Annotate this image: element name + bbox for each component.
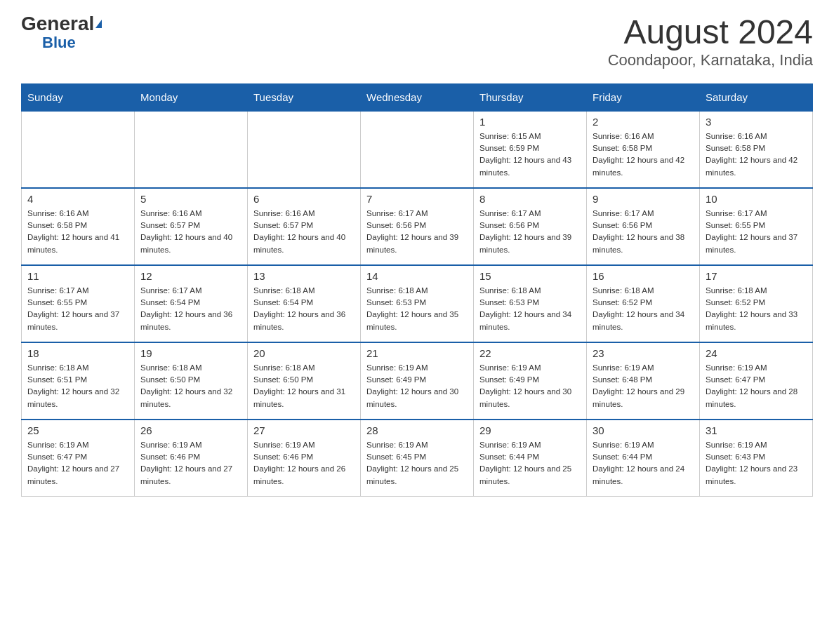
day-number: 28	[366, 424, 468, 436]
calendar-week-row: 4Sunrise: 6:16 AMSunset: 6:58 PMDaylight…	[22, 188, 813, 265]
day-info: Sunrise: 6:16 AMSunset: 6:57 PMDaylight:…	[253, 208, 355, 256]
page-header: General Blue August 2024 Coondapoor, Kar…	[21, 14, 813, 69]
day-info: Sunrise: 6:17 AMSunset: 6:55 PMDaylight:…	[27, 285, 128, 333]
col-friday: Friday	[587, 83, 700, 111]
table-row: 10Sunrise: 6:17 AMSunset: 6:55 PMDayligh…	[700, 188, 813, 265]
table-row: 5Sunrise: 6:16 AMSunset: 6:57 PMDaylight…	[135, 188, 248, 265]
table-row: 4Sunrise: 6:16 AMSunset: 6:58 PMDaylight…	[22, 188, 135, 265]
day-info: Sunrise: 6:19 AMSunset: 6:43 PMDaylight:…	[706, 439, 807, 488]
calendar-header-row: Sunday Monday Tuesday Wednesday Thursday…	[22, 83, 813, 111]
table-row: 30Sunrise: 6:19 AMSunset: 6:44 PMDayligh…	[587, 420, 700, 497]
day-info: Sunrise: 6:17 AMSunset: 6:56 PMDaylight:…	[366, 208, 468, 256]
day-info: Sunrise: 6:19 AMSunset: 6:44 PMDaylight:…	[593, 439, 694, 488]
day-info: Sunrise: 6:17 AMSunset: 6:56 PMDaylight:…	[479, 208, 581, 256]
table-row: 25Sunrise: 6:19 AMSunset: 6:47 PMDayligh…	[22, 420, 135, 497]
calendar-table: Sunday Monday Tuesday Wednesday Thursday…	[21, 83, 813, 497]
day-info: Sunrise: 6:16 AMSunset: 6:58 PMDaylight:…	[27, 208, 128, 256]
day-number: 18	[27, 347, 128, 359]
day-info: Sunrise: 6:18 AMSunset: 6:52 PMDaylight:…	[593, 285, 694, 333]
day-info: Sunrise: 6:16 AMSunset: 6:58 PMDaylight:…	[593, 130, 694, 179]
day-number: 2	[593, 116, 694, 128]
table-row	[248, 111, 361, 188]
day-number: 26	[140, 424, 241, 436]
col-monday: Monday	[135, 83, 248, 111]
table-row: 12Sunrise: 6:17 AMSunset: 6:54 PMDayligh…	[135, 265, 248, 342]
day-number: 27	[253, 424, 355, 436]
table-row: 6Sunrise: 6:16 AMSunset: 6:57 PMDaylight…	[248, 188, 361, 265]
day-info: Sunrise: 6:19 AMSunset: 6:46 PMDaylight:…	[253, 439, 355, 488]
logo: General Blue	[21, 14, 102, 52]
day-number: 10	[706, 193, 807, 205]
table-row: 16Sunrise: 6:18 AMSunset: 6:52 PMDayligh…	[587, 265, 700, 342]
table-row: 20Sunrise: 6:18 AMSunset: 6:50 PMDayligh…	[248, 342, 361, 420]
day-number: 17	[706, 270, 807, 282]
day-info: Sunrise: 6:18 AMSunset: 6:52 PMDaylight:…	[706, 285, 807, 333]
day-info: Sunrise: 6:19 AMSunset: 6:44 PMDaylight:…	[479, 439, 581, 488]
table-row: 14Sunrise: 6:18 AMSunset: 6:53 PMDayligh…	[361, 265, 474, 342]
day-info: Sunrise: 6:15 AMSunset: 6:59 PMDaylight:…	[479, 130, 581, 179]
day-info: Sunrise: 6:18 AMSunset: 6:50 PMDaylight:…	[253, 362, 355, 410]
day-number: 23	[593, 347, 694, 359]
day-info: Sunrise: 6:18 AMSunset: 6:50 PMDaylight:…	[140, 362, 241, 410]
table-row: 8Sunrise: 6:17 AMSunset: 6:56 PMDaylight…	[474, 188, 587, 265]
day-number: 6	[253, 193, 355, 205]
day-info: Sunrise: 6:19 AMSunset: 6:49 PMDaylight:…	[366, 362, 468, 410]
table-row: 29Sunrise: 6:19 AMSunset: 6:44 PMDayligh…	[474, 420, 587, 497]
day-number: 4	[27, 193, 128, 205]
table-row: 21Sunrise: 6:19 AMSunset: 6:49 PMDayligh…	[361, 342, 474, 420]
calendar-week-row: 1Sunrise: 6:15 AMSunset: 6:59 PMDaylight…	[22, 111, 813, 188]
day-number: 1	[479, 116, 581, 128]
day-number: 30	[593, 424, 694, 436]
day-number: 9	[593, 193, 694, 205]
day-number: 19	[140, 347, 241, 359]
day-info: Sunrise: 6:17 AMSunset: 6:56 PMDaylight:…	[593, 208, 694, 256]
table-row: 28Sunrise: 6:19 AMSunset: 6:45 PMDayligh…	[361, 420, 474, 497]
day-number: 13	[253, 270, 355, 282]
table-row: 23Sunrise: 6:19 AMSunset: 6:48 PMDayligh…	[587, 342, 700, 420]
day-info: Sunrise: 6:19 AMSunset: 6:47 PMDaylight:…	[706, 362, 807, 410]
table-row: 22Sunrise: 6:19 AMSunset: 6:49 PMDayligh…	[474, 342, 587, 420]
col-wednesday: Wednesday	[361, 83, 474, 111]
table-row: 26Sunrise: 6:19 AMSunset: 6:46 PMDayligh…	[135, 420, 248, 497]
table-row: 3Sunrise: 6:16 AMSunset: 6:58 PMDaylight…	[700, 111, 813, 188]
logo-general-text: General	[21, 14, 102, 34]
day-number: 8	[479, 193, 581, 205]
table-row: 19Sunrise: 6:18 AMSunset: 6:50 PMDayligh…	[135, 342, 248, 420]
day-number: 3	[706, 116, 807, 128]
calendar-title: August 2024	[608, 14, 813, 51]
table-row: 7Sunrise: 6:17 AMSunset: 6:56 PMDaylight…	[361, 188, 474, 265]
table-row	[361, 111, 474, 188]
day-info: Sunrise: 6:18 AMSunset: 6:53 PMDaylight:…	[366, 285, 468, 333]
day-info: Sunrise: 6:19 AMSunset: 6:45 PMDaylight:…	[366, 439, 468, 488]
table-row: 17Sunrise: 6:18 AMSunset: 6:52 PMDayligh…	[700, 265, 813, 342]
table-row: 13Sunrise: 6:18 AMSunset: 6:54 PMDayligh…	[248, 265, 361, 342]
day-info: Sunrise: 6:18 AMSunset: 6:53 PMDaylight:…	[479, 285, 581, 333]
calendar-week-row: 11Sunrise: 6:17 AMSunset: 6:55 PMDayligh…	[22, 265, 813, 342]
col-thursday: Thursday	[474, 83, 587, 111]
day-number: 21	[366, 347, 468, 359]
day-number: 29	[479, 424, 581, 436]
col-sunday: Sunday	[22, 83, 135, 111]
calendar-week-row: 25Sunrise: 6:19 AMSunset: 6:47 PMDayligh…	[22, 420, 813, 497]
day-info: Sunrise: 6:19 AMSunset: 6:48 PMDaylight:…	[593, 362, 694, 410]
day-number: 14	[366, 270, 468, 282]
table-row: 2Sunrise: 6:16 AMSunset: 6:58 PMDaylight…	[587, 111, 700, 188]
day-number: 15	[479, 270, 581, 282]
day-info: Sunrise: 6:18 AMSunset: 6:54 PMDaylight:…	[253, 285, 355, 333]
day-info: Sunrise: 6:16 AMSunset: 6:58 PMDaylight:…	[706, 130, 807, 179]
day-info: Sunrise: 6:19 AMSunset: 6:47 PMDaylight:…	[27, 439, 128, 488]
day-number: 22	[479, 347, 581, 359]
day-number: 7	[366, 193, 468, 205]
day-number: 11	[27, 270, 128, 282]
day-number: 16	[593, 270, 694, 282]
day-info: Sunrise: 6:16 AMSunset: 6:57 PMDaylight:…	[140, 208, 241, 256]
day-number: 25	[27, 424, 128, 436]
table-row: 24Sunrise: 6:19 AMSunset: 6:47 PMDayligh…	[700, 342, 813, 420]
table-row: 11Sunrise: 6:17 AMSunset: 6:55 PMDayligh…	[22, 265, 135, 342]
day-info: Sunrise: 6:19 AMSunset: 6:46 PMDaylight:…	[140, 439, 241, 488]
day-number: 20	[253, 347, 355, 359]
day-number: 31	[706, 424, 807, 436]
day-number: 24	[706, 347, 807, 359]
day-info: Sunrise: 6:17 AMSunset: 6:55 PMDaylight:…	[706, 208, 807, 256]
table-row: 31Sunrise: 6:19 AMSunset: 6:43 PMDayligh…	[700, 420, 813, 497]
